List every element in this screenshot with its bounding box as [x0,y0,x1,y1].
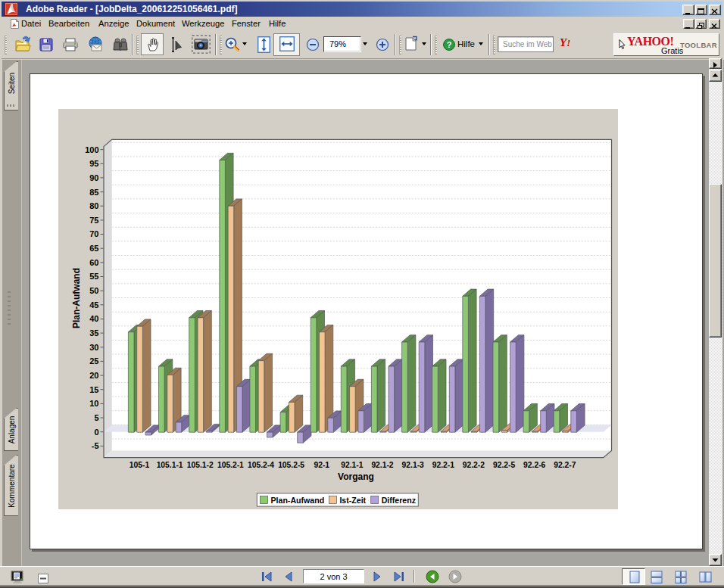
svg-text:92.1-2: 92.1-2 [371,461,393,469]
svg-text:-5: -5 [92,441,99,450]
svg-text:105.2-4: 105.2-4 [248,461,274,469]
svg-text:105.1-2: 105.1-2 [187,461,214,469]
svg-text:50: 50 [89,286,98,295]
svg-text:92.1-3: 92.1-3 [402,461,424,469]
svg-text:92.2-6: 92.2-6 [523,461,545,469]
svg-text:Vorgang: Vorgang [338,471,374,482]
svg-text:92-1: 92-1 [314,461,329,469]
svg-text:92.2-2: 92.2-2 [463,461,485,469]
svg-text:Differenz: Differenz [382,496,416,505]
svg-text:92.2-5: 92.2-5 [493,461,515,469]
svg-text:40: 40 [89,314,98,323]
svg-text:0: 0 [94,428,98,437]
svg-text:?: ? [447,40,452,49]
svg-text:85: 85 [89,188,98,197]
svg-text:20: 20 [89,371,98,380]
svg-text:30: 30 [89,343,98,352]
svg-text:10: 10 [89,399,98,408]
svg-text:105-1: 105-1 [130,461,150,469]
svg-text:90: 90 [89,173,98,182]
svg-text:60: 60 [89,258,98,267]
svg-text:45: 45 [89,300,98,310]
svg-text:105.2-1: 105.2-1 [217,461,244,469]
svg-text:105.2-5: 105.2-5 [278,461,304,469]
svg-text:15: 15 [89,385,98,394]
svg-text:25: 25 [89,356,98,366]
svg-text:92.2-1: 92.2-1 [432,461,454,469]
svg-text:92.1-1: 92.1-1 [341,461,363,469]
svg-text:Plan-Aufwand: Plan-Aufwand [271,496,325,505]
svg-text:55: 55 [89,272,98,281]
svg-text:5: 5 [94,413,98,422]
svg-text:70: 70 [89,229,98,238]
svg-text:Plan-Aufwand: Plan-Aufwand [71,268,82,328]
svg-text:35: 35 [89,328,98,338]
svg-text:105.1-1: 105.1-1 [157,461,183,469]
svg-text:Ist-Zeit: Ist-Zeit [339,496,366,505]
svg-text:80: 80 [89,201,98,210]
svg-text:92.2-7: 92.2-7 [554,461,576,469]
svg-text:95: 95 [89,159,98,168]
svg-text:65: 65 [89,244,98,253]
svg-text:100: 100 [85,145,98,154]
svg-text:75: 75 [89,216,98,225]
